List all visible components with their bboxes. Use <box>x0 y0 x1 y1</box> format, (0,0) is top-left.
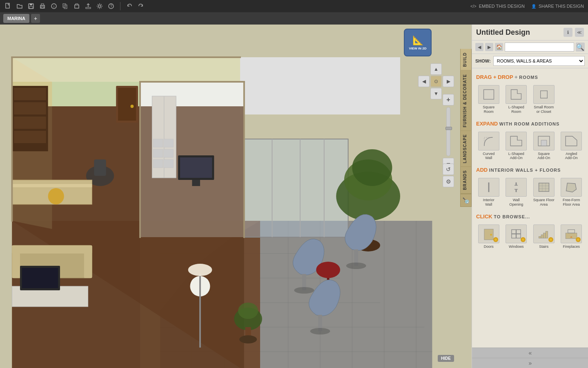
new-file-icon[interactable] <box>4 2 12 10</box>
show-label: SHOW: <box>475 58 491 63</box>
windows-item[interactable]: Windows <box>504 223 529 251</box>
design-canvas[interactable]: 📐 VIEW IN 2D ▲ ◀ ⊙ ▶ ▼ + − ↺ ⚙ <box>0 25 460 368</box>
panel-header: Untitled Design ℹ ≪ <box>472 25 588 40</box>
show-dropdown[interactable]: ROOMS, WALLS & AREAS ALL ELEMENTS WALLS … <box>493 56 585 66</box>
add-tab-button[interactable]: + <box>31 14 40 23</box>
forward-button[interactable]: ▶ <box>485 43 493 51</box>
search-tab[interactable]: 🔍 <box>460 194 472 207</box>
fireplaces-item[interactable]: Fireplaces <box>559 223 584 251</box>
svg-rect-122 <box>539 236 541 238</box>
l-shaped-addon-item[interactable]: L-ShapedAdd-On <box>504 130 529 162</box>
panel-title: Untitled Design <box>476 28 561 37</box>
nav-center-button[interactable]: ⊙ <box>430 76 442 87</box>
collapse-panel-button[interactable]: ≪ <box>575 28 584 37</box>
hide-button[interactable]: HIDE <box>438 355 454 362</box>
curved-wall-label: CurvedWall <box>483 152 494 161</box>
export-icon[interactable] <box>84 2 92 10</box>
svg-rect-52 <box>164 139 174 147</box>
save-icon[interactable] <box>27 2 35 10</box>
build-tab[interactable]: BUILD <box>460 49 472 71</box>
curved-wall-item[interactable]: CurvedWall <box>476 130 501 162</box>
doors-icon <box>478 224 499 243</box>
rotate-button[interactable]: ↺ <box>443 164 454 175</box>
search-submit-button[interactable]: 🔍 <box>576 43 585 52</box>
square-floor-item[interactable]: Square FloorArea <box>531 176 557 209</box>
svg-rect-123 <box>541 235 543 238</box>
nav-down-button[interactable]: ▼ <box>430 88 442 99</box>
nav-left-button[interactable]: ◀ <box>418 76 430 87</box>
freeform-floor-label: Free-FormFloor Area <box>563 198 580 207</box>
print2-icon[interactable] <box>73 2 81 10</box>
square-addon-item[interactable]: SquareAdd-On <box>531 130 557 162</box>
search-input[interactable] <box>505 43 574 52</box>
svg-rect-45 <box>118 88 136 121</box>
svg-rect-96 <box>11 56 13 222</box>
square-room-label: SquareRoom <box>483 105 494 114</box>
topbar: i ? </> EMBED THIS DESIGN 👤 <box>0 0 588 12</box>
info-icon[interactable]: i <box>50 2 58 10</box>
freeform-floor-icon <box>561 178 582 197</box>
view-in-2d-button[interactable]: 📐 VIEW IN 2D <box>404 29 432 56</box>
print-icon[interactable] <box>38 2 47 10</box>
interior-wall-item[interactable]: InteriorWall <box>476 176 501 209</box>
browse-header: CLICK TO BROWSE... <box>476 213 584 220</box>
settings-button[interactable]: ⚙ <box>443 176 454 187</box>
furnish-tab[interactable]: FURNISH & DECORATE <box>460 71 472 131</box>
embed-link[interactable]: </> EMBED THIS DESIGN <box>470 4 525 9</box>
small-room-icon <box>533 85 555 104</box>
square-room-item[interactable]: SquareRoom <box>476 83 501 116</box>
svg-point-88 <box>294 287 314 294</box>
redo-icon[interactable] <box>137 2 145 10</box>
angled-addon-label: AngledAdd-On <box>565 152 578 161</box>
small-room-item[interactable]: Small Roomor Closet <box>531 83 557 116</box>
svg-rect-53 <box>164 149 174 157</box>
brands-tab[interactable]: BRANDS <box>460 167 472 194</box>
svg-rect-116 <box>484 229 493 240</box>
svg-point-67 <box>48 188 64 204</box>
svg-point-86 <box>239 335 257 343</box>
svg-point-95 <box>310 328 330 334</box>
l-shaped-room-item[interactable]: L-ShapedRoom <box>504 83 529 116</box>
landscape-tab[interactable]: LANDSCAPE <box>460 131 472 167</box>
back-button[interactable]: ◀ <box>475 43 483 51</box>
zoom-handle[interactable] <box>445 127 452 130</box>
l-shaped-room-label: L-ShapedRoom <box>508 105 524 114</box>
angled-addon-icon <box>561 132 582 150</box>
svg-rect-125 <box>546 231 548 238</box>
info-panel-button[interactable]: ℹ <box>564 28 572 37</box>
zoom-controls: + − <box>443 94 454 169</box>
nav-up-button[interactable]: ▲ <box>430 63 442 75</box>
stairs-label: Stairs <box>539 245 548 249</box>
svg-rect-98 <box>139 81 141 238</box>
pages-icon[interactable] <box>61 2 69 10</box>
svg-text:?: ? <box>110 4 113 9</box>
settings-icon[interactable] <box>96 2 104 10</box>
svg-point-118 <box>490 234 492 235</box>
svg-marker-37 <box>12 57 240 82</box>
topbar-right: </> EMBED THIS DESIGN 👤 SHARE THIS DESIG… <box>470 4 584 9</box>
stairs-item[interactable]: Stairs <box>531 223 557 251</box>
share-link[interactable]: 👤 SHARE THIS DESIGN <box>531 4 584 9</box>
open-file-icon[interactable] <box>16 2 24 10</box>
zoom-in-button[interactable]: + <box>443 94 454 105</box>
l-shaped-addon-icon <box>506 132 527 150</box>
tab-marina[interactable]: MARINA <box>3 14 29 23</box>
svg-rect-56 <box>180 157 212 178</box>
angled-addon-item[interactable]: AngledAdd-On <box>559 130 584 162</box>
svg-marker-34 <box>240 57 400 114</box>
collapse-up-button[interactable]: « <box>472 348 588 358</box>
undo-icon[interactable] <box>125 2 134 10</box>
collapse-down-button[interactable]: » <box>472 358 588 368</box>
svg-rect-50 <box>153 149 163 157</box>
wall-opening-icon <box>506 178 527 197</box>
svg-point-80 <box>352 149 392 186</box>
zoom-slider[interactable] <box>446 107 450 156</box>
doors-item[interactable]: Doors <box>476 223 501 251</box>
svg-rect-127 <box>568 229 575 233</box>
wall-opening-item[interactable]: WallOpening <box>504 176 529 209</box>
freeform-floor-item[interactable]: Free-FormFloor Area <box>559 176 584 209</box>
nav-right-button[interactable]: ▶ <box>443 76 454 87</box>
home-button[interactable]: 🏠 <box>495 43 503 51</box>
help-icon[interactable]: ? <box>107 2 115 10</box>
extra-controls: ↺ ⚙ <box>443 164 454 187</box>
